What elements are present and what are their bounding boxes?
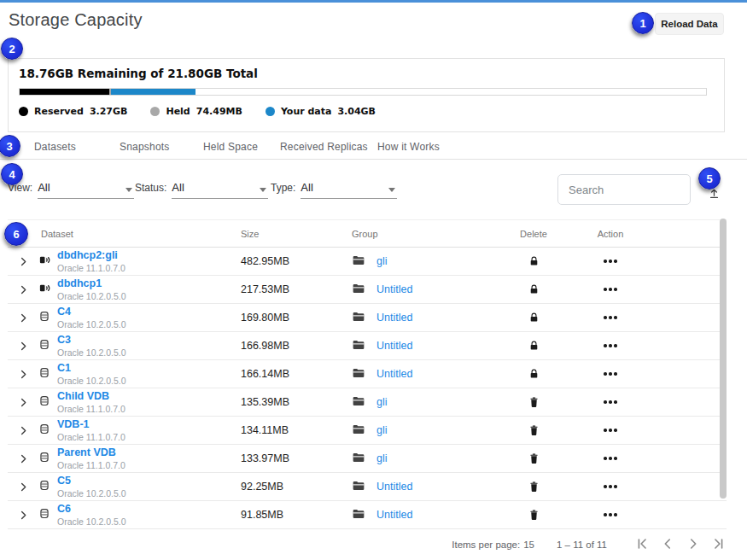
lock-icon[interactable]: [528, 255, 540, 267]
legend-value: 74.49MB: [196, 106, 242, 117]
trash-icon[interactable]: [528, 424, 540, 436]
more-actions-button[interactable]: [602, 284, 618, 294]
more-actions-button[interactable]: [602, 369, 618, 378]
expand-row-button[interactable]: [17, 481, 30, 493]
table-row: Child VDB Oracle 11.1.0.7.0 135.39MB gli: [8, 388, 727, 417]
vdb-database-icon: [38, 423, 50, 438]
search-input[interactable]: [557, 174, 691, 205]
expand-row-button[interactable]: [17, 312, 30, 324]
dataset-cell: dbdhcp1 Oracle 10.2.0.5.0: [57, 277, 241, 300]
expand-cell: [8, 255, 38, 268]
first-page-button[interactable]: [634, 536, 650, 554]
status-filter-label: Status:: [135, 182, 166, 194]
dataset-name-link[interactable]: C1: [57, 363, 71, 374]
expand-row-button[interactable]: [17, 452, 30, 465]
tab-datasets[interactable]: Datasets: [34, 141, 76, 153]
dataset-size: 166.98MB: [241, 340, 352, 352]
more-actions-button[interactable]: [602, 453, 618, 463]
capacity-summary: 18.76GB Remaining of 21.80GB Total: [19, 67, 714, 80]
group-link[interactable]: Untitled: [376, 312, 412, 324]
tab-how-it-works[interactable]: How it Works: [377, 141, 440, 153]
dataset-name-link[interactable]: Child VDB: [57, 391, 109, 402]
items-per-page[interactable]: Items per page: 15: [452, 540, 534, 550]
group-link[interactable]: Untitled: [376, 283, 412, 295]
group-link[interactable]: gli: [376, 424, 388, 436]
expand-row-button[interactable]: [17, 396, 30, 409]
group-link[interactable]: Untitled: [376, 481, 412, 493]
dataset-size: 135.39MB: [241, 396, 352, 408]
group-link[interactable]: Untitled: [376, 340, 412, 352]
more-actions-button[interactable]: [602, 510, 618, 519]
tab-received-replicas[interactable]: Received Replicas: [280, 141, 368, 153]
chevron-down-icon: [260, 188, 266, 192]
more-actions-button[interactable]: [602, 312, 618, 322]
trash-icon[interactable]: [528, 481, 540, 493]
legend-label: Your data: [281, 106, 332, 117]
dataset-name-link[interactable]: C6: [57, 504, 71, 515]
upload-icon: [707, 190, 721, 203]
more-actions-button[interactable]: [602, 397, 618, 406]
trash-icon[interactable]: [528, 396, 540, 408]
expand-row-button[interactable]: [17, 424, 30, 437]
delete-cell: [499, 283, 568, 295]
action-cell: [568, 256, 653, 265]
group-cell: gli: [352, 254, 499, 269]
reload-data-button[interactable]: Reload Data: [655, 13, 724, 35]
group-link[interactable]: gli: [376, 255, 388, 267]
group-link[interactable]: Untitled: [376, 509, 412, 521]
pagination-controls: [634, 536, 727, 554]
dataset-name-link[interactable]: Parent VDB: [57, 447, 116, 458]
vdb-database-icon: [38, 479, 50, 494]
dataset-version: Oracle 10.2.0.5.0: [57, 292, 241, 301]
expand-row-button[interactable]: [17, 283, 30, 296]
table-row: VDB-1 Oracle 11.1.0.7.0 134.11MB gli: [8, 417, 727, 445]
group-link[interactable]: gli: [376, 452, 388, 464]
dataset-name-link[interactable]: dbdhcp2:gli: [57, 250, 118, 261]
tab-held-space[interactable]: Held Space: [203, 141, 258, 153]
table-row: C6 Oracle 10.2.0.5.0 91.85MB Untitled: [8, 501, 727, 529]
trash-icon[interactable]: [528, 452, 540, 464]
capacity-legend: Reserved 3.27GB Held 74.49MB Your data 3…: [19, 106, 714, 117]
trash-icon[interactable]: [528, 509, 540, 521]
dataset-name-link[interactable]: C5: [57, 475, 71, 487]
dataset-size: 169.80MB: [241, 312, 352, 324]
expand-row-button[interactable]: [17, 255, 30, 268]
legend-item-held: Held 74.49MB: [150, 106, 242, 117]
type-filter: Type: All: [271, 181, 397, 199]
more-actions-button[interactable]: [602, 425, 618, 435]
folder-icon: [352, 508, 365, 522]
lock-icon[interactable]: [528, 312, 540, 324]
more-actions-button[interactable]: [602, 256, 618, 265]
table-scrollbar-thumb[interactable]: [720, 219, 727, 499]
last-page-button[interactable]: [711, 536, 727, 554]
lock-icon[interactable]: [528, 340, 540, 352]
folder-icon: [352, 452, 365, 466]
expand-row-button[interactable]: [17, 509, 30, 522]
expand-cell: [8, 312, 38, 324]
items-per-page-value: 15: [523, 540, 534, 550]
tab-snapshots[interactable]: Snapshots: [120, 141, 170, 153]
group-link[interactable]: Untitled: [376, 368, 412, 380]
previous-page-button[interactable]: [660, 536, 675, 554]
expand-cell: [8, 368, 38, 381]
more-actions-button[interactable]: [602, 481, 618, 491]
dataset-name-link[interactable]: dbdhcp1: [57, 278, 102, 289]
table-row: C3 Oracle 10.2.0.5.0 166.98MB Untitled: [8, 332, 727, 360]
type-filter-select[interactable]: All: [301, 181, 397, 199]
view-filter-select[interactable]: All: [38, 181, 134, 199]
expand-row-button[interactable]: [17, 340, 30, 353]
status-filter-select[interactable]: All: [172, 181, 268, 199]
expand-row-button[interactable]: [17, 368, 30, 381]
group-link[interactable]: gli: [376, 396, 388, 408]
dataset-name-link[interactable]: C3: [57, 335, 71, 346]
dataset-name-link[interactable]: C4: [57, 306, 71, 318]
dataset-name-link[interactable]: VDB-1: [57, 419, 90, 430]
paginator: Items per page: 15 1 – 11 of 11: [0, 529, 727, 560]
action-cell: [568, 397, 653, 406]
group-cell: gli: [352, 395, 499, 410]
lock-icon[interactable]: [528, 368, 540, 380]
action-cell: [568, 369, 653, 378]
more-actions-button[interactable]: [602, 341, 618, 350]
next-page-button[interactable]: [686, 536, 701, 554]
lock-icon[interactable]: [528, 283, 540, 295]
